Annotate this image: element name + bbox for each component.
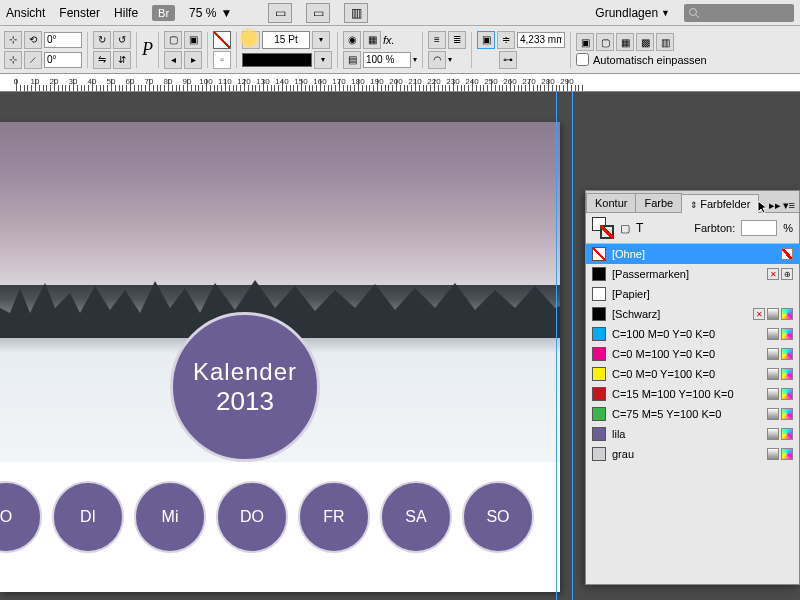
swatch-type-icons: [767, 428, 793, 440]
ref-point-icon[interactable]: ⊹: [4, 31, 22, 49]
sel-container-icon[interactable]: ▢: [164, 31, 182, 49]
menu-view[interactable]: Ansicht: [6, 6, 45, 20]
link-icon[interactable]: ⊶: [499, 51, 517, 69]
weekday-row: ODIMiDOFRSASO: [0, 472, 560, 562]
autofit-label: Automatisch einpassen: [593, 54, 707, 66]
sel-content-icon[interactable]: ▣: [184, 31, 202, 49]
corners-icon[interactable]: ◠: [428, 51, 446, 69]
swatch-chip: [592, 407, 606, 421]
rotate-angle-2[interactable]: 0°: [44, 52, 82, 68]
day-circle[interactable]: FR: [298, 481, 370, 553]
fit-prop-icon[interactable]: ▥: [656, 33, 674, 51]
swatch-row[interactable]: C=15 M=100 Y=100 K=0: [586, 384, 799, 404]
stepper-icon[interactable]: ≑: [497, 31, 515, 49]
guide-vertical[interactable]: [572, 92, 573, 600]
swatch-blank-area: [586, 464, 799, 584]
rotate-cw-icon[interactable]: ↻: [93, 31, 111, 49]
document-page[interactable]: Kalender 2013 ODIMiDOFRSASO: [0, 122, 560, 592]
rotate-angle-1[interactable]: 0°: [44, 32, 82, 48]
fx-balloon-icon[interactable]: ◉: [343, 31, 361, 49]
rotate-ccw-icon[interactable]: ↺: [113, 31, 131, 49]
swatch-row[interactable]: [Ohne]: [586, 244, 799, 264]
measure-field[interactable]: [517, 32, 565, 48]
swatch-type-icons: [767, 408, 793, 420]
swatch-chip: [592, 367, 606, 381]
sel-prev-icon[interactable]: ◂: [164, 51, 182, 69]
center-icon[interactable]: ▦: [616, 33, 634, 51]
swatch-row[interactable]: C=75 M=5 Y=100 K=0: [586, 404, 799, 424]
swatch-row[interactable]: C=0 M=100 Y=0 K=0: [586, 344, 799, 364]
swatch-row[interactable]: [Papier]: [586, 284, 799, 304]
flip-h-icon[interactable]: ⇋: [93, 51, 111, 69]
opacity-field[interactable]: [363, 52, 411, 68]
drop-shadow-icon[interactable]: ▦: [363, 31, 381, 49]
stroke-style-dropdown[interactable]: [242, 53, 312, 67]
day-circle[interactable]: DI: [52, 481, 124, 553]
fill-none-swatch[interactable]: [213, 31, 231, 49]
swatch-name: [Papier]: [612, 288, 787, 300]
stroke-weight-field[interactable]: [262, 31, 310, 49]
fill-prop-icon[interactable]: ▩: [636, 33, 654, 51]
swatch-toolbar: ▢ T Farbton: %: [586, 213, 799, 244]
stroke-weight-dd[interactable]: ▾: [312, 31, 330, 49]
shear-icon: ⟋: [24, 51, 42, 69]
container-format-icon[interactable]: ▢: [620, 222, 630, 235]
panel-collapse-icon[interactable]: ▸▸: [769, 199, 781, 212]
guide-vertical[interactable]: [556, 92, 557, 600]
tab-farbe[interactable]: Farbe: [635, 193, 682, 212]
swatch-name: [Ohne]: [612, 248, 775, 260]
bridge-button[interactable]: Br: [152, 5, 175, 21]
day-circle[interactable]: SO: [462, 481, 534, 553]
arrange-icon[interactable]: ▥: [344, 3, 368, 23]
view-options-icon[interactable]: ▭: [306, 3, 330, 23]
menu-help[interactable]: Hilfe: [114, 6, 138, 20]
day-circle[interactable]: SA: [380, 481, 452, 553]
sel-next-icon[interactable]: ▸: [184, 51, 202, 69]
fit-frame-icon[interactable]: ▢: [596, 33, 614, 51]
text-format-icon[interactable]: T: [636, 221, 643, 235]
horizontal-ruler[interactable]: 0102030405060708090100110120130140150160…: [0, 74, 800, 92]
tint-field[interactable]: [741, 220, 777, 236]
stroke-style-dd[interactable]: ▾: [314, 51, 332, 69]
swatch-row[interactable]: [Passermarken]✕⊕: [586, 264, 799, 284]
fit-content-icon[interactable]: ▣: [576, 33, 594, 51]
day-circle[interactable]: O: [0, 481, 42, 553]
flip-v-icon[interactable]: ⇵: [113, 51, 131, 69]
swatch-row[interactable]: [Schwarz]✕: [586, 304, 799, 324]
swatch-row[interactable]: lila: [586, 424, 799, 444]
panel-menu-icon[interactable]: ▾≡: [783, 199, 795, 212]
swatch-name: [Passermarken]: [612, 268, 761, 280]
title-badge[interactable]: Kalender 2013: [170, 312, 320, 462]
screen-mode-icon[interactable]: ▭: [268, 3, 292, 23]
stroke-weight-stepper[interactable]: ≑: [242, 31, 260, 49]
fill-stroke-toggle[interactable]: [592, 217, 614, 239]
tab-kontur[interactable]: Kontur: [586, 193, 636, 212]
fx-button[interactable]: fx.: [383, 34, 395, 46]
title-line1: Kalender: [193, 358, 297, 386]
zoom-dropdown[interactable]: 75 % ▼: [189, 6, 232, 20]
swatch-row[interactable]: grau: [586, 444, 799, 464]
search-field[interactable]: [684, 4, 794, 22]
text-wrap2-icon[interactable]: ≣: [448, 31, 466, 49]
swatch-row[interactable]: C=100 M=0 Y=0 K=0: [586, 324, 799, 344]
swatch-row[interactable]: C=0 M=0 Y=100 K=0: [586, 364, 799, 384]
day-circle[interactable]: Mi: [134, 481, 206, 553]
day-circle[interactable]: DO: [216, 481, 288, 553]
menu-window[interactable]: Fenster: [59, 6, 100, 20]
text-wrap-icon[interactable]: ≡: [428, 31, 446, 49]
frame-fit-icon[interactable]: ▣: [477, 31, 495, 49]
swatch-name: C=15 M=100 Y=100 K=0: [612, 388, 761, 400]
workspace-dropdown[interactable]: Grundlagen ▼: [595, 6, 670, 20]
swatch-type-icons: [767, 328, 793, 340]
tint-label: Farbton:: [694, 222, 735, 234]
swatch-type-icons: [767, 388, 793, 400]
paragraph-icon[interactable]: P: [142, 39, 153, 60]
swatch-type-icons: [781, 248, 793, 260]
autofit-checkbox[interactable]: [576, 53, 589, 66]
swatch-name: C=0 M=100 Y=0 K=0: [612, 348, 761, 360]
swatch-name: C=0 M=0 Y=100 K=0: [612, 368, 761, 380]
stroke-swatch-icon[interactable]: ▫: [213, 51, 231, 69]
tab-farbfelder[interactable]: ⇕Farbfelder: [681, 194, 759, 213]
swatch-list[interactable]: [Ohne][Passermarken]✕⊕[Papier][Schwarz]✕…: [586, 244, 799, 464]
ref2-icon[interactable]: ⊹: [4, 51, 22, 69]
